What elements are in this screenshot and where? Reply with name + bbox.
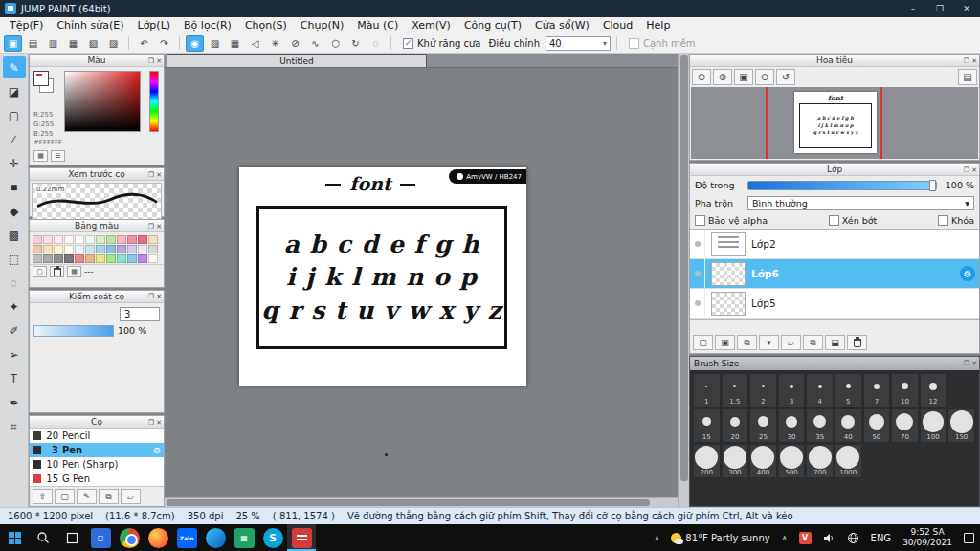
menu-item[interactable]: Chụp(N) [294, 19, 350, 32]
menu-item[interactable]: Công cụ(T) [457, 19, 528, 32]
palette-swatch[interactable] [96, 235, 105, 244]
close-icon[interactable]: ✕ [971, 360, 977, 367]
gradient-mode-button[interactable]: ▨ [206, 35, 224, 52]
grid-view-button[interactable]: ▦ [67, 266, 81, 277]
navigator-viewport[interactable]: font a b c d e f g h i j k l m n o p q r… [691, 87, 978, 159]
close-icon[interactable]: ✕ [971, 57, 977, 65]
brush-size-cell[interactable]: 10 [891, 373, 919, 408]
clipping-checkbox[interactable] [829, 215, 839, 226]
menu-item[interactable]: Chọn(S) [238, 19, 294, 32]
palette-swatch[interactable] [127, 245, 137, 253]
brush-size-cell[interactable]: 400 [749, 444, 777, 478]
document-tab[interactable]: Untitled [167, 54, 427, 67]
palette-swatch[interactable] [33, 254, 42, 263]
menu-item[interactable]: Xem(V) [405, 19, 457, 32]
material-panel-button[interactable]: ▨ [104, 35, 122, 52]
brush-size-cell[interactable]: 40 [835, 408, 862, 443]
foreground-color-swatch[interactable] [33, 71, 49, 86]
brush-size-cell[interactable]: 50 [863, 408, 891, 443]
brush-size-cell[interactable]: 200 [693, 444, 721, 478]
layer-row-lop2[interactable]: Lớp2 [690, 230, 979, 259]
antialias-checkbox[interactable]: ✓ [403, 38, 413, 49]
taskbar-app-teams[interactable]: ◻ [86, 524, 115, 551]
search-button[interactable] [29, 524, 57, 551]
palette-swatch[interactable] [43, 245, 53, 253]
tool-gradient[interactable]: ▩ [3, 224, 26, 246]
layer-duplicate-button[interactable]: ⧉ [737, 335, 757, 350]
brush-settings-gear[interactable]: ⚙ [153, 446, 161, 455]
undock-icon[interactable]: ❐ [964, 360, 969, 367]
taskbar-app-skype[interactable]: S [258, 524, 287, 551]
brush-edit-button[interactable]: ✎ [77, 489, 97, 504]
layer-delete-button[interactable] [847, 335, 867, 350]
brush-duplicate-button[interactable]: ⧉ [99, 489, 119, 504]
language-indicator[interactable]: ENG [865, 524, 898, 551]
brush-size-cell[interactable]: 7 [863, 373, 891, 408]
spread-view-button[interactable]: ▧ [84, 35, 102, 52]
palette-swatch[interactable] [106, 245, 116, 253]
nav-rotate-reset-button[interactable]: ↺ [776, 69, 795, 85]
nav-fit-button[interactable]: ▣ [734, 69, 753, 85]
tool-eyedropper[interactable]: ✒ [3, 391, 26, 413]
brush-mode-button[interactable]: ◉ [186, 35, 204, 52]
close-icon[interactable]: ✕ [156, 171, 162, 179]
palette-swatch[interactable] [75, 235, 84, 244]
brush-size-cell[interactable]: 300 [722, 444, 749, 478]
tool-text[interactable]: T [3, 367, 26, 389]
tray-overflow-button[interactable]: ∧ [776, 524, 793, 551]
brush-size-cell[interactable]: 2 [749, 373, 777, 408]
brush-size-cell[interactable]: 70 [891, 408, 919, 443]
snap-curve-button[interactable]: ∿ [306, 35, 324, 52]
undo-button[interactable]: ↶ [135, 35, 153, 52]
taskbar-app-chrome[interactable] [115, 524, 144, 551]
brush-opacity-slider[interactable] [33, 325, 114, 337]
slider-mode-button[interactable]: ☰ [51, 150, 65, 162]
palette-swatch[interactable] [64, 235, 74, 244]
palette-swatch[interactable] [33, 245, 42, 253]
tool-operation[interactable]: ➢ [3, 343, 26, 365]
weather-widget[interactable]: 81°F Partly sunny [665, 524, 775, 551]
tool-move[interactable]: ✛ [3, 152, 26, 174]
brush-size-cell[interactable]: 1000 [835, 444, 862, 478]
palette-swatch[interactable] [85, 254, 95, 263]
network-button[interactable] [841, 524, 865, 551]
brush-size-cell[interactable]: 100 [920, 408, 947, 443]
redo-button[interactable]: ↷ [155, 35, 173, 52]
palette-swatch[interactable] [96, 245, 105, 253]
snap-cross-button[interactable]: ✳ [266, 35, 284, 52]
tool-lasso[interactable]: ◌ [3, 272, 26, 294]
brush-size-cell[interactable]: 1.5 [722, 373, 749, 408]
menu-item[interactable]: Chỉnh sửa(E) [50, 19, 130, 32]
layer-settings-gear[interactable]: ⚙ [960, 266, 975, 281]
menu-item[interactable]: Tệp(F) [3, 19, 50, 32]
undock-icon[interactable]: ❐ [964, 57, 969, 65]
close-icon[interactable]: ✕ [156, 293, 162, 300]
brush-size-cell[interactable]: 35 [806, 408, 834, 443]
brush-size-cell[interactable]: 700 [806, 444, 834, 478]
chevron-down-icon[interactable]: ▾ [603, 39, 607, 48]
layer-visibility-toggle[interactable] [690, 259, 705, 288]
layer-add-button[interactable]: ▢ [693, 335, 713, 350]
layer-row-lop6[interactable]: Lớp6 ⚙ [690, 259, 979, 289]
brush-size-cell[interactable]: 20 [722, 408, 749, 443]
minimize-button[interactable]: – [900, 0, 926, 17]
palette-swatch[interactable] [75, 254, 84, 263]
softedge-checkbox[interactable] [629, 38, 639, 49]
save-button[interactable]: ▤ [24, 35, 42, 52]
nav-layout-button[interactable]: ▤ [958, 69, 977, 85]
palette-swatch[interactable] [138, 254, 147, 263]
close-icon[interactable]: ✕ [156, 223, 162, 231]
brush-size-cell[interactable]: 5 [835, 373, 862, 408]
layer-copy-button[interactable]: ⧉ [803, 335, 823, 350]
menu-item[interactable]: Cloud [596, 19, 639, 32]
close-button[interactable]: ✕ [953, 0, 980, 17]
export-button[interactable]: ▦ [64, 35, 82, 52]
snap-ellipse-button[interactable]: ◌ [367, 35, 385, 52]
brush-size-cell[interactable]: 3 [778, 373, 806, 408]
menu-item[interactable]: Lớp(L) [131, 19, 178, 32]
brush-size-cell[interactable]: 1 [693, 373, 721, 408]
tool-magic-wand[interactable]: ✦ [3, 296, 26, 318]
add-swatch-button[interactable]: ▢ [33, 266, 47, 277]
taskbar-app-firefox[interactable] [144, 524, 172, 551]
tool-dot-pen[interactable]: ∕ [3, 128, 26, 150]
